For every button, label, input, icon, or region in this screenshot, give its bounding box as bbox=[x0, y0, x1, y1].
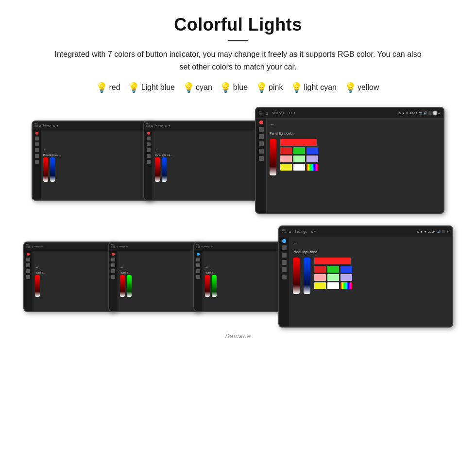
screen1-sidebar bbox=[33, 130, 41, 200]
screen2-sidebar bbox=[144, 130, 153, 200]
blue-slider-1 bbox=[50, 157, 55, 182]
bot-screen4-content: ← Panel light color bbox=[290, 237, 452, 327]
grid-row-1 bbox=[280, 139, 318, 146]
bottom-screens-row: MICRST ⌂ Settings ⚙ ← P bbox=[19, 225, 457, 328]
bot-screen-3: MICRST ⌂ Settings ⚙ ← P bbox=[193, 242, 286, 312]
screen3-topbar: MICRST ⌂ Settings ⚙ ✦ ⚙♥▼20:24📷🔊⬛⬜↩ bbox=[256, 108, 443, 119]
red-slider-1 bbox=[43, 157, 48, 182]
power-dot-2 bbox=[147, 132, 150, 135]
sidebar-icon3-4 bbox=[259, 149, 264, 154]
sidebar-icon5 bbox=[35, 160, 39, 164]
screen3-status-bar: ⚙♥▼20:24📷🔊⬛⬜↩ bbox=[398, 111, 441, 115]
screen2-content: ← Panel light col… bbox=[153, 130, 264, 200]
grid-yellow bbox=[280, 164, 292, 171]
back-arrow-3: ← bbox=[270, 121, 275, 127]
grid-red-wide bbox=[280, 139, 317, 146]
screen3-body bbox=[270, 139, 441, 175]
bot-screen3-content: ← Panel li… bbox=[203, 251, 285, 311]
grid-green bbox=[293, 147, 305, 154]
screen2-topbar: MICRST ⌂ Settings ⚙ ✦ bbox=[144, 121, 264, 130]
blue-bulb-icon: 💡 bbox=[221, 82, 231, 93]
top-screen-2: MICRST ⌂ Settings ⚙ ✦ bbox=[143, 121, 265, 201]
color-grid bbox=[280, 139, 318, 171]
sidebar-icon2-5 bbox=[147, 160, 151, 164]
bot-screen-1: MICRST ⌂ Settings ⚙ ← P bbox=[23, 242, 116, 312]
page-title: Colorful Lights bbox=[19, 15, 457, 35]
subtitle-text: Integrated with 7 colors of button indic… bbox=[49, 48, 427, 73]
back-arrow-1: ← bbox=[43, 148, 150, 152]
grid-white bbox=[293, 164, 305, 171]
grid-rainbow bbox=[306, 164, 318, 171]
color-label-lightblue: Light blue bbox=[141, 83, 175, 92]
color-label-cyan: cyan bbox=[196, 83, 212, 92]
sidebar-icon2-1 bbox=[147, 137, 151, 140]
sidebar-icon1 bbox=[35, 137, 39, 140]
lightblue-bulb-icon: 💡 bbox=[129, 82, 139, 93]
red-slider-large bbox=[270, 139, 276, 175]
panel-label-3: Panel light color bbox=[270, 132, 294, 135]
red-slider-2 bbox=[155, 157, 160, 182]
watermark: Seicane bbox=[19, 332, 457, 340]
bot-screen1-topbar: MICRST ⌂ Settings ⚙ bbox=[24, 242, 115, 251]
grid-pink bbox=[280, 156, 292, 162]
power-dot-3 bbox=[259, 121, 263, 124]
bot-screen4-sidebar bbox=[279, 237, 290, 327]
color-item-yellow: 💡 yellow bbox=[345, 82, 379, 93]
mic-rst-2: MICRST bbox=[146, 123, 150, 128]
bot-screen4-status: ⚙♥▼20:24🔊⬛↩ bbox=[417, 230, 449, 233]
grid-row-2 bbox=[280, 147, 318, 154]
grid-red2 bbox=[280, 147, 292, 154]
color-label-blue: blue bbox=[233, 83, 248, 92]
grid-row-4 bbox=[280, 164, 318, 171]
sidebar-icon2-2 bbox=[147, 142, 151, 146]
color-indicators-row: 💡 red 💡 Light blue 💡 cyan 💡 blue 💡 pink … bbox=[19, 82, 457, 93]
grid-blue bbox=[306, 147, 318, 154]
blue-slider-2 bbox=[162, 157, 167, 182]
color-item-lightcyan: 💡 light cyan bbox=[291, 82, 337, 93]
screen3-sidebar bbox=[256, 119, 267, 213]
pink-bulb-icon: 💡 bbox=[256, 82, 266, 93]
top-screens-row: MICRST ⌂ Settings ⚙ ✦ bbox=[19, 107, 457, 214]
sidebar-icon2-4 bbox=[147, 154, 151, 158]
bot-screen2-topbar: MICRST ⌂ Settings ⚙ bbox=[109, 242, 200, 251]
sidebar-icon4 bbox=[35, 154, 39, 158]
grid-row-3 bbox=[280, 156, 318, 162]
bot-screen2-content: ← Panel li… bbox=[118, 251, 200, 311]
lightcyan-bulb-icon: 💡 bbox=[291, 82, 301, 93]
red-bulb-icon: 💡 bbox=[97, 82, 107, 93]
color-item-red: 💡 red bbox=[97, 82, 120, 93]
grid-mint bbox=[293, 156, 305, 162]
bot-screen3-sidebar bbox=[194, 251, 203, 311]
sidebar-icon3 bbox=[35, 148, 39, 152]
mic-rst-3: MICRST bbox=[259, 111, 263, 116]
sliders-2 bbox=[155, 157, 262, 182]
sidebar-icon2-3 bbox=[147, 148, 151, 152]
title-section: Colorful Lights Integrated with 7 colors… bbox=[19, 15, 457, 73]
color-item-pink: 💡 pink bbox=[256, 82, 283, 93]
bot-screen4-topbar: MICRST ⌂ Settings ⚙ ✦ ⚙♥▼20:24🔊⬛↩ bbox=[279, 226, 452, 237]
power-dot bbox=[35, 132, 38, 135]
color-item-cyan: 💡 cyan bbox=[184, 82, 212, 93]
color-item-lightblue: 💡 Light blue bbox=[129, 82, 175, 93]
bot-screen-2: MICRST ⌂ Settings ⚙ ← P bbox=[108, 242, 201, 312]
color-item-blue: 💡 blue bbox=[221, 82, 248, 93]
top-screen-1: MICRST ⌂ Settings ⚙ ✦ bbox=[32, 121, 153, 201]
yellow-bulb-icon: 💡 bbox=[345, 82, 355, 93]
panel-label-2: Panel light col… bbox=[155, 154, 262, 156]
color-label-red: red bbox=[109, 83, 120, 92]
bot-screen-4: MICRST ⌂ Settings ⚙ ✦ ⚙♥▼20:24🔊⬛↩ bbox=[278, 225, 453, 328]
back-arrow-2: ← bbox=[155, 148, 262, 152]
bot-screen1-sidebar bbox=[24, 251, 33, 311]
cyan-bulb-icon: 💡 bbox=[184, 82, 193, 93]
screen1-topbar: MICRST ⌂ Settings ⚙ ✦ bbox=[33, 121, 152, 130]
sidebar-icon3-2 bbox=[259, 134, 264, 139]
sidebar-icon3-1 bbox=[259, 127, 264, 132]
color-label-lightcyan: light cyan bbox=[304, 83, 337, 92]
grid-purple bbox=[306, 156, 318, 162]
mic-rst-label: MICRST bbox=[34, 123, 38, 128]
panel-label-1: Panel light col… bbox=[43, 154, 150, 156]
color-label-yellow: yellow bbox=[357, 83, 379, 92]
bot-screen3-topbar: MICRST ⌂ Settings ⚙ bbox=[194, 242, 285, 251]
top-screen-3: MICRST ⌂ Settings ⚙ ✦ ⚙♥▼20:24📷🔊⬛⬜↩ bbox=[255, 107, 444, 214]
title-divider bbox=[228, 40, 248, 41]
